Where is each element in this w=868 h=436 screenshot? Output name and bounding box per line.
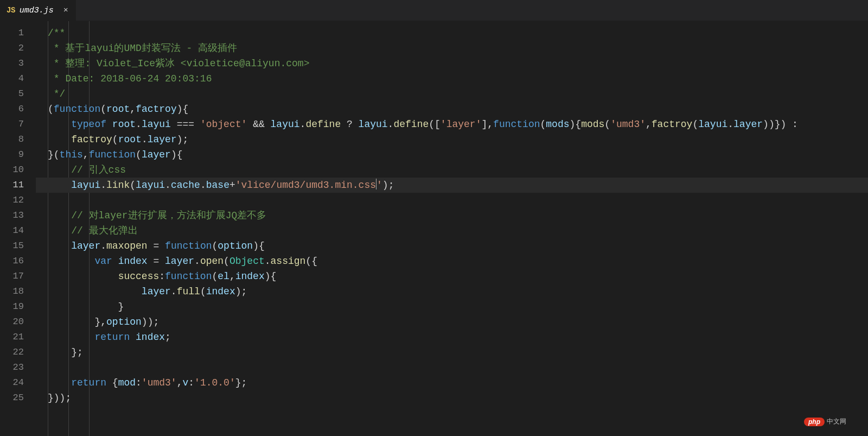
close-icon[interactable]: × bbox=[63, 6, 68, 15]
line-number: 11 bbox=[0, 178, 36, 193]
line-number: 24 bbox=[0, 375, 36, 390]
line-number: 9 bbox=[0, 147, 36, 162]
code-line[interactable]: * 整理: Violet_Ice紫冰 <violetice@aliyun.com… bbox=[36, 56, 868, 71]
code-line[interactable]: /** bbox=[36, 26, 868, 41]
code-line[interactable]: factroy(root.layer); bbox=[36, 132, 868, 147]
code-line[interactable]: var index = layer.open(Object.assign({ bbox=[36, 254, 868, 269]
line-number-gutter: 1234567891011121314151617181920212223242… bbox=[0, 21, 36, 436]
line-number: 18 bbox=[0, 284, 36, 299]
code-line[interactable]: */ bbox=[36, 86, 868, 102]
code-line[interactable]: // 对layer进行扩展，方法和扩展JQ差不多 bbox=[36, 208, 868, 223]
line-number: 15 bbox=[0, 238, 36, 254]
watermark-text: 中文网 bbox=[827, 417, 846, 426]
code-line[interactable]: * Date: 2018-06-24 20:03:16 bbox=[36, 71, 868, 86]
line-number: 4 bbox=[0, 71, 36, 86]
line-number: 7 bbox=[0, 117, 36, 132]
code-line[interactable]: } bbox=[36, 299, 868, 314]
code-line[interactable]: layer.full(index); bbox=[36, 284, 868, 299]
code-line[interactable]: // 最大化弹出 bbox=[36, 223, 868, 238]
line-number: 1 bbox=[0, 26, 36, 41]
line-number: 25 bbox=[0, 390, 36, 406]
line-number: 14 bbox=[0, 223, 36, 238]
js-file-icon: JS bbox=[7, 6, 15, 15]
watermark: php 中文网 bbox=[804, 417, 846, 426]
code-line[interactable]: success:function(el,index){ bbox=[36, 269, 868, 284]
line-number: 20 bbox=[0, 314, 36, 330]
tab-bar: JS umd3.js × bbox=[0, 0, 868, 21]
code-line[interactable]: layui.link(layui.cache.base+'vlice/umd3/… bbox=[36, 178, 868, 193]
tab-filename: umd3.js bbox=[20, 6, 54, 15]
line-number: 3 bbox=[0, 56, 36, 71]
line-number: 12 bbox=[0, 193, 36, 208]
line-number: 2 bbox=[0, 41, 36, 56]
code-line[interactable] bbox=[36, 193, 868, 208]
code-line[interactable]: (function(root,factroy){ bbox=[36, 102, 868, 117]
editor-tab[interactable]: JS umd3.js × bbox=[0, 0, 76, 21]
code-line[interactable]: return {mod:'umd3',v:'1.0.0'}; bbox=[36, 375, 868, 390]
line-number: 8 bbox=[0, 132, 36, 147]
line-number: 23 bbox=[0, 360, 36, 375]
code-line[interactable]: * 基于layui的UMD封装写法 - 高级插件 bbox=[36, 41, 868, 56]
code-line[interactable]: })); bbox=[36, 390, 868, 406]
line-number: 5 bbox=[0, 86, 36, 102]
line-number: 6 bbox=[0, 102, 36, 117]
code-line[interactable]: typeof root.layui === 'object' && layui.… bbox=[36, 117, 868, 132]
code-line[interactable]: layer.maxopen = function(option){ bbox=[36, 238, 868, 254]
code-line[interactable]: }; bbox=[36, 345, 868, 360]
line-number: 16 bbox=[0, 254, 36, 269]
line-number: 10 bbox=[0, 162, 36, 178]
line-number: 22 bbox=[0, 345, 36, 360]
code-line[interactable] bbox=[36, 360, 868, 375]
editor-area[interactable]: 1234567891011121314151617181920212223242… bbox=[0, 21, 868, 436]
code-line[interactable]: },option)); bbox=[36, 314, 868, 330]
watermark-logo: php bbox=[804, 418, 825, 426]
line-number: 21 bbox=[0, 330, 36, 345]
line-number: 13 bbox=[0, 208, 36, 223]
code-line[interactable]: // 引入css bbox=[36, 162, 868, 178]
line-number: 19 bbox=[0, 299, 36, 314]
code-line[interactable]: }(this,function(layer){ bbox=[36, 147, 868, 162]
line-number: 17 bbox=[0, 269, 36, 284]
code-line[interactable]: return index; bbox=[36, 330, 868, 345]
code-content[interactable]: /** * 基于layui的UMD封装写法 - 高级插件 * 整理: Viole… bbox=[36, 21, 868, 436]
